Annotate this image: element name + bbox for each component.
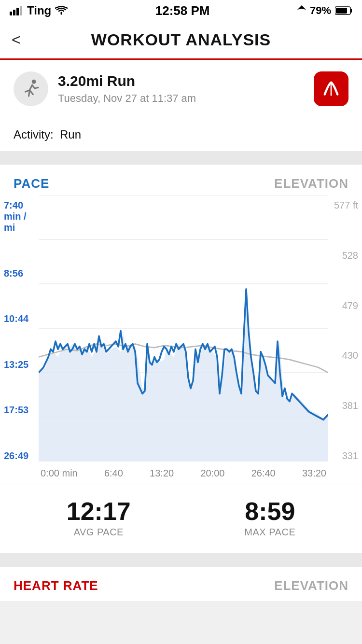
chart-section: PACE ELEVATION 7:40 min / mi 8:56 10:44 … — [0, 165, 362, 553]
carrier-name: Ting — [27, 4, 51, 17]
battery-icon — [335, 6, 352, 15]
avg-pace-stat: 12:17 AVG PACE — [67, 499, 131, 538]
chart-container: 7:40 min / mi 8:56 10:44 13:25 17:53 26:… — [0, 195, 362, 485]
y-right-2: 479 — [328, 300, 362, 311]
max-pace-stat: 8:59 MAX PACE — [244, 499, 295, 538]
app-icon — [314, 71, 348, 106]
workout-title: 3.20mi Run — [58, 73, 304, 89]
chart-header: PACE ELEVATION — [0, 165, 362, 195]
app-logo-icon — [320, 78, 342, 99]
signal-icon — [10, 6, 23, 15]
run-icon — [20, 78, 42, 99]
max-pace-value: 8:59 — [244, 499, 295, 524]
status-bar: Ting 12:58 PM 79% — [0, 0, 362, 21]
svg-point-7 — [32, 80, 36, 84]
heart-rate-label: HEART RATE — [14, 578, 98, 593]
svg-marker-14 — [39, 299, 328, 462]
stats-row: 12:17 AVG PACE 8:59 MAX PACE — [0, 485, 362, 553]
workout-type-icon — [14, 71, 48, 106]
svg-rect-0 — [10, 12, 12, 15]
x-label-1: 6:40 — [104, 468, 123, 479]
y-left-5: 26:49 — [0, 450, 39, 462]
workout-card: 3.20mi Run Tuesday, Nov 27 at 11:37 am — [0, 60, 362, 118]
wifi-icon — [55, 6, 68, 15]
status-time: 12:58 PM — [155, 3, 210, 18]
activity-row: Activity: Run — [0, 118, 362, 151]
x-label-2: 13:20 — [150, 468, 174, 479]
page-title: WORKOUT ANALYSIS — [91, 30, 271, 49]
status-right: 79% — [297, 4, 352, 17]
y-left-0: 7:40 min / mi — [0, 200, 39, 233]
workout-date: Tuesday, Nov 27 at 11:37 am — [58, 92, 304, 105]
section-divider-1 — [0, 151, 362, 165]
x-label-5: 33:20 — [302, 468, 326, 479]
y-left-2: 10:44 — [0, 313, 39, 324]
section-divider-2 — [0, 553, 362, 567]
y-right-1: 528 — [328, 250, 362, 261]
y-right-4: 381 — [328, 400, 362, 411]
y-right-5: 331 — [328, 450, 362, 462]
svg-rect-1 — [13, 10, 15, 15]
svg-rect-3 — [20, 6, 22, 15]
x-label-3: 20:00 — [200, 468, 224, 479]
x-label-0: 0:00 min — [41, 468, 78, 479]
y-left-3: 13:25 — [0, 359, 39, 370]
workout-info: 3.20mi Run Tuesday, Nov 27 at 11:37 am — [58, 73, 304, 105]
elevation-label-chart: ELEVATION — [274, 176, 348, 191]
y-axis-right: 577 ft 528 479 430 381 331 — [328, 195, 362, 485]
y-left-1: 8:56 — [0, 268, 39, 279]
svg-rect-2 — [16, 8, 19, 15]
activity-prefix: Activity: — [14, 128, 54, 141]
nav-bar: < WORKOUT ANALYSIS — [0, 21, 362, 60]
y-left-4: 17:53 — [0, 405, 39, 416]
status-left: Ting — [10, 4, 68, 17]
svg-rect-6 — [336, 8, 347, 14]
back-button[interactable]: < — [12, 31, 21, 49]
x-axis: 0:00 min 6:40 13:20 20:00 26:40 33:20 — [39, 462, 328, 485]
pace-label: PACE — [14, 176, 49, 191]
activity-value: Run — [60, 128, 81, 141]
elevation-label-bottom: ELEVATION — [274, 578, 348, 593]
location-icon — [297, 5, 306, 16]
avg-pace-value: 12:17 — [67, 499, 131, 524]
y-axis-left: 7:40 min / mi 8:56 10:44 13:25 17:53 26:… — [0, 195, 39, 485]
chart-svg — [39, 195, 328, 462]
bottom-section-header: HEART RATE ELEVATION — [0, 567, 362, 601]
max-pace-label: MAX PACE — [244, 527, 295, 538]
y-right-0: 577 ft — [328, 200, 362, 211]
x-label-4: 26:40 — [251, 468, 276, 479]
chart-svg-area — [39, 195, 328, 462]
y-right-3: 430 — [328, 350, 362, 361]
avg-pace-label: AVG PACE — [67, 527, 131, 538]
svg-rect-5 — [350, 9, 352, 13]
battery-percent: 79% — [310, 4, 331, 17]
